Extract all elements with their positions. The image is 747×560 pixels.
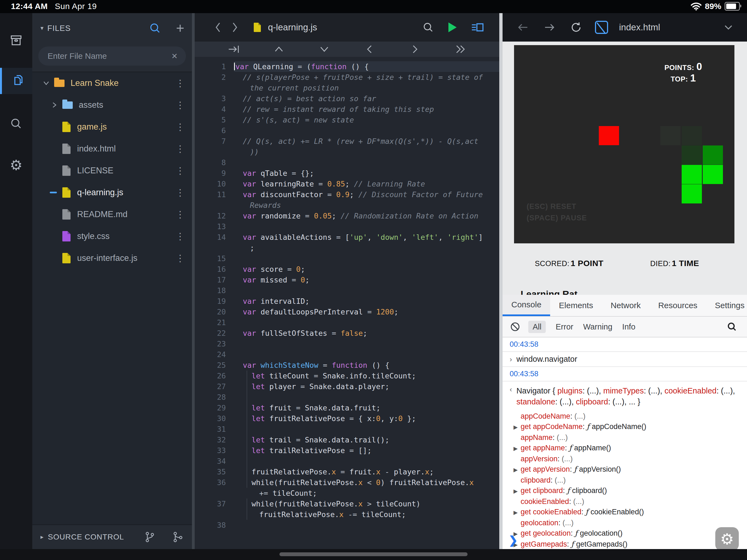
- indent-icon[interactable]: [227, 44, 240, 55]
- search-rail-button[interactable]: [0, 110, 32, 137]
- file-name-input[interactable]: [38, 51, 172, 61]
- editor-scrollbar[interactable]: [499, 13, 503, 549]
- editor-accessory-bar: [195, 42, 499, 57]
- item-menu-icon[interactable]: ⋮: [176, 188, 185, 197]
- code-line: 23: [195, 338, 499, 349]
- item-menu-icon[interactable]: ⋮: [176, 166, 185, 175]
- reload-icon[interactable]: [570, 21, 583, 34]
- item-menu-icon[interactable]: ⋮: [176, 210, 185, 219]
- date: Sun Apr 19: [55, 2, 97, 11]
- expand-triangle-icon[interactable]: ▶: [514, 486, 521, 496]
- expand-triangle-icon[interactable]: ▶: [514, 464, 521, 475]
- git-merge-icon[interactable]: [172, 531, 184, 543]
- code-line: 7// Q(s, act) += LR * (rew + DF*max(Q(s'…: [195, 136, 499, 147]
- item-menu-icon[interactable]: ⋮: [176, 253, 185, 263]
- floating-settings-button[interactable]: ⚙: [715, 527, 739, 551]
- tree-item-q-learning-js[interactable]: q-learning.js⋮: [32, 182, 192, 203]
- preview-panel: index.html POINTS:0 TOP:1 (ESC) RESET (S…: [503, 13, 747, 549]
- filter-all[interactable]: All: [528, 321, 546, 333]
- url-chevron-down-icon[interactable]: [723, 23, 734, 31]
- code-line: Rewards: [195, 200, 499, 210]
- property-row: appCodeName: (...): [503, 411, 747, 422]
- tree-item-user-interface-js[interactable]: user-interface.js⋮: [32, 247, 192, 269]
- tree-item-style-css[interactable]: style.css⋮: [32, 225, 192, 247]
- sidebar-editor-divider[interactable]: [192, 13, 195, 549]
- home-indicator[interactable]: [279, 552, 468, 556]
- expand-triangle-icon[interactable]: ▶: [514, 443, 521, 454]
- clear-console-icon[interactable]: [510, 321, 521, 332]
- tree-item-label: index.html: [77, 144, 115, 154]
- filter-warning[interactable]: Warning: [583, 322, 613, 331]
- folder-icon: [54, 80, 65, 87]
- line-number: 31: [195, 424, 234, 434]
- filter-info[interactable]: Info: [622, 322, 636, 331]
- tree-item-license[interactable]: LICENSE⋮: [32, 160, 192, 182]
- settings-rail-button[interactable]: ⚙: [0, 152, 32, 178]
- filter-error[interactable]: Error: [556, 322, 573, 331]
- inspector-tab-elements[interactable]: Elements: [550, 295, 602, 316]
- source-control-section[interactable]: ▸ SOURCE CONTROL: [32, 525, 192, 549]
- line-number: 1: [195, 61, 234, 72]
- tree-item-assets[interactable]: assets⋮: [32, 94, 192, 116]
- inspector-tab-console[interactable]: Console: [503, 295, 550, 316]
- code-line: )): [195, 147, 499, 157]
- chevron-right-icon[interactable]: [408, 44, 421, 55]
- expand-triangle-icon[interactable]: ▶: [514, 422, 521, 432]
- preview-url[interactable]: index.html: [619, 22, 660, 32]
- search-icon: [9, 117, 23, 130]
- inspector-tab-settings[interactable]: Settings: [706, 295, 747, 316]
- item-menu-icon[interactable]: ⋮: [176, 100, 185, 110]
- console-prompt-icon[interactable]: ❯: [509, 534, 518, 546]
- inspector-icon[interactable]: [595, 21, 608, 34]
- chevron-left-icon[interactable]: [363, 44, 376, 55]
- item-menu-icon[interactable]: ⋮: [176, 232, 185, 241]
- editor-tab-title[interactable]: q-learning.js: [268, 22, 317, 32]
- collapse-chevron-icon[interactable]: ‹: [510, 385, 512, 407]
- editor-header: q-learning.js: [195, 13, 499, 42]
- inspector-tab-resources[interactable]: Resources: [649, 295, 706, 316]
- code-area[interactable]: 1var QLearning = (function () {2// s(pla…: [195, 57, 499, 549]
- tree-chevron-right-icon[interactable]: [50, 100, 62, 110]
- chevron-up-icon[interactable]: [272, 44, 285, 55]
- tree-item-game-js[interactable]: game.js⋮: [32, 116, 192, 138]
- git-branch-icon[interactable]: [144, 531, 156, 543]
- game-canvas[interactable]: POINTS:0 TOP:1 (ESC) RESET (SPACE) PAUSE: [514, 45, 735, 244]
- files-header[interactable]: ▾ FILES +: [32, 13, 192, 43]
- editor-back-icon[interactable]: [213, 21, 223, 33]
- file-icon: [62, 144, 71, 154]
- split-view-icon[interactable]: [471, 21, 484, 33]
- console-filter-bar: AllErrorWarningInfo: [503, 316, 747, 337]
- chevron-down-icon[interactable]: [318, 44, 331, 55]
- double-chevron-right-icon[interactable]: [454, 44, 467, 55]
- game-results: SCORED: 1 POINT DIED: 1 TIME: [503, 259, 747, 275]
- clock: 12:44 AM: [11, 2, 48, 11]
- died-value: 1 TIME: [672, 259, 699, 268]
- archive-button[interactable]: [0, 27, 32, 54]
- code-line: 25var whichStateNow = function () {: [195, 360, 499, 371]
- tree-item-readme-md[interactable]: README.md⋮: [32, 203, 192, 225]
- item-menu-icon[interactable]: ⋮: [176, 144, 185, 153]
- clear-input-icon[interactable]: ✕: [172, 52, 186, 61]
- expand-chevron-icon[interactable]: ›: [510, 355, 512, 363]
- editor-forward-icon[interactable]: [230, 21, 239, 33]
- tree-item-learn-snake[interactable]: Learn Snake⋮: [32, 72, 192, 94]
- browser-back-icon[interactable]: [516, 22, 530, 33]
- item-menu-icon[interactable]: ⋮: [176, 78, 185, 88]
- run-button[interactable]: [448, 22, 457, 32]
- expand-triangle-icon[interactable]: ▶: [514, 507, 521, 518]
- tree-item-label: LICENSE: [77, 166, 113, 176]
- item-menu-icon[interactable]: ⋮: [176, 122, 185, 131]
- file-icon: [62, 231, 71, 241]
- line-number: 36: [195, 477, 234, 488]
- file-search-icon[interactable]: [149, 22, 161, 34]
- tree-chevron-down-icon[interactable]: [42, 78, 54, 88]
- tree-item-index-html[interactable]: index.html⋮: [32, 138, 192, 160]
- console-search-icon[interactable]: [726, 321, 738, 332]
- add-file-button[interactable]: +: [176, 23, 184, 34]
- browser-forward-icon[interactable]: [543, 22, 556, 33]
- editor-search-icon[interactable]: [422, 21, 434, 33]
- line-number: 24: [195, 349, 234, 360]
- inspector-tab-network[interactable]: Network: [602, 295, 649, 316]
- tree-item-label: assets: [79, 100, 103, 110]
- files-button[interactable]: [0, 68, 32, 94]
